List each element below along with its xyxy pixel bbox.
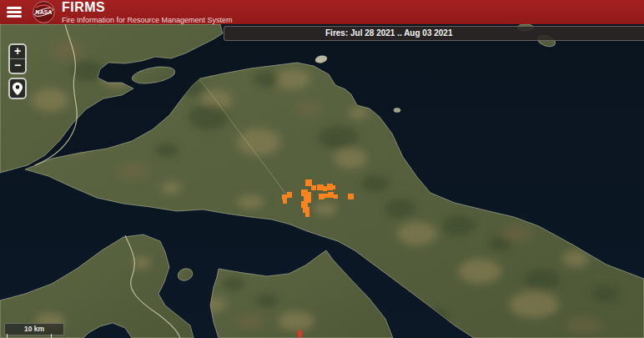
app-subtitle: Fire Information for Resource Management… [62,17,233,24]
nasa-logo-icon: NASA [33,1,55,23]
menu-icon[interactable] [7,7,22,18]
fire-marker[interactable] [319,194,325,199]
fire-marker[interactable] [303,207,309,213]
svg-text:NASA: NASA [36,9,53,15]
fire-marker[interactable] [305,212,309,217]
fires-date-range-text: Fires: Jul 28 2021 .. Aug 03 2021 [325,27,453,39]
locate-button[interactable] [8,78,27,99]
small-island [394,108,400,113]
red-marker[interactable] [298,330,302,337]
zoom-in-button[interactable]: + [10,45,25,59]
fire-marker[interactable] [311,185,316,190]
zoom-control: + − [8,43,27,74]
firms-app-window: NASA FIRMS Fire Information for Resource… [0,0,644,338]
fire-marker[interactable] [287,192,292,198]
fire-marker[interactable] [283,199,287,204]
fire-marker[interactable] [317,184,324,190]
app-title: FIRMS [62,1,233,14]
fire-marker[interactable] [348,194,354,199]
fire-marker[interactable] [332,185,335,189]
fire-marker[interactable] [328,192,334,198]
fire-marker[interactable] [282,194,287,199]
fire-marker[interactable] [334,194,338,199]
map-pin-icon [12,82,23,96]
fire-marker[interactable] [323,186,327,191]
zoom-out-button[interactable]: − [10,59,25,73]
satellite-map[interactable] [0,0,644,338]
fires-date-range-banner: Fires: Jul 28 2021 .. Aug 03 2021 [224,26,644,41]
fire-marker[interactable] [327,184,333,190]
app-header: NASA FIRMS Fire Information for Resource… [0,0,644,24]
fire-marker[interactable] [301,201,308,208]
scale-bar-ruler [7,334,52,338]
fire-marker[interactable] [305,179,312,186]
fire-marker[interactable] [301,189,308,196]
